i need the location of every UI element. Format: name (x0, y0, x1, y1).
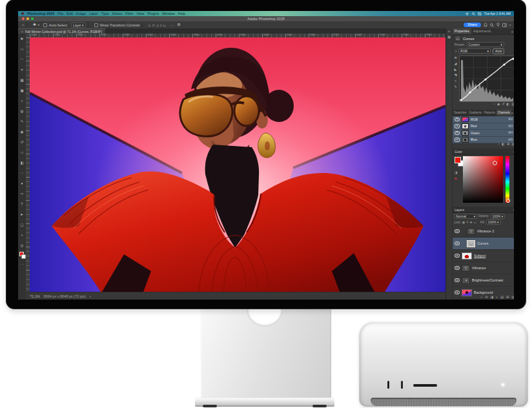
background-color-swatch[interactable] (21, 254, 26, 259)
layer-row-subject[interactable]: Subject (453, 250, 514, 262)
preset-dropdown[interactable]: Custom▾ (467, 42, 504, 47)
align-left-icon[interactable]: ⊏ (148, 23, 151, 27)
delete-channel-icon[interactable]: ▥ (511, 142, 514, 146)
menu-edit[interactable]: Edit (66, 11, 72, 16)
panel-menu-icon[interactable]: ≡ (513, 150, 514, 154)
menu-view[interactable]: View (136, 11, 144, 16)
move-tool-icon[interactable]: ✚ (33, 23, 36, 27)
dodge-tool[interactable]: ● (21, 178, 23, 189)
channel-row-green[interactable]: Green⌘4 (453, 130, 514, 137)
gradient-tool[interactable]: ◧ (20, 158, 23, 168)
edit-toolbar-icon[interactable]: ··· (20, 259, 24, 269)
search-icon[interactable] (490, 23, 494, 27)
eyedropper-tool[interactable]: ◗ (21, 96, 23, 106)
type-tool[interactable]: T (21, 199, 23, 209)
more-options-icon[interactable]: ··· (170, 23, 174, 27)
menu-window[interactable]: Window (162, 11, 175, 16)
chevron-down-icon[interactable]: ▾ (509, 23, 511, 26)
previous-state-icon[interactable]: ◧ (507, 102, 510, 106)
auto-select-checkbox[interactable] (43, 23, 47, 27)
channel-target-icon[interactable]: ◑ (455, 49, 456, 53)
tab-adjustments[interactable]: Adjustments (471, 28, 493, 34)
curve-pencil-icon[interactable]: ✎ (454, 85, 456, 88)
brush-tool[interactable]: ✎ (21, 116, 24, 127)
layer-row-vibrance-2[interactable]: ▽ Vibrance 2 (453, 225, 514, 238)
wifi-icon[interactable] (465, 12, 469, 15)
marquee-tool[interactable]: ▭ (20, 44, 23, 54)
channel-dropdown[interactable]: RGB▾ (458, 48, 491, 54)
save-selection-icon[interactable]: ◧ (502, 142, 505, 146)
libraries-panel-icon[interactable]: ▦ (446, 34, 452, 40)
toggle-visibility-icon[interactable]: ◉ (497, 102, 500, 106)
menu-select[interactable]: Select (112, 11, 122, 16)
menu-file[interactable]: File (57, 11, 63, 16)
lock-transparency-icon[interactable]: ▦ (462, 221, 465, 224)
menu-plugins[interactable]: Plugins (147, 11, 159, 16)
eraser-tool[interactable]: ▱ (21, 147, 23, 158)
tab-patterns[interactable]: Patterns (483, 110, 496, 116)
panel-menu-icon[interactable]: ≡ (511, 30, 514, 34)
panel-menu-icon[interactable]: ≡ (511, 111, 514, 115)
white-point-eyedropper-icon[interactable]: ◥ (455, 73, 457, 77)
saturation-brightness-field[interactable] (463, 156, 503, 203)
default-colors-icon[interactable]: ◨ (455, 170, 458, 174)
visibility-eye-icon[interactable] (455, 278, 460, 283)
load-selection-icon[interactable]: ○ (498, 142, 500, 146)
gray-point-eyedropper-icon[interactable]: ◣ (455, 67, 457, 71)
channel-row-red[interactable]: Red⌘3 (453, 123, 514, 130)
tab-properties[interactable]: Properties (453, 28, 471, 34)
reset-adjustment-icon[interactable]: ↺ (502, 102, 504, 106)
adjustment-layer-icon[interactable]: ◐ (496, 295, 498, 299)
clip-to-layer-icon[interactable]: ◔ (493, 102, 495, 106)
new-channel-icon[interactable]: ⊞ (507, 142, 509, 146)
visibility-eye-icon[interactable] (455, 131, 460, 136)
discover-lightbulb-icon[interactable] (496, 23, 500, 27)
delete-layer-icon[interactable]: ▥ (511, 295, 514, 299)
layer-group-icon[interactable]: ▤ (500, 295, 504, 299)
panel-menu-icon[interactable]: ≡ (513, 208, 514, 212)
menu-type[interactable]: Type (101, 11, 109, 16)
status-arrow-icon[interactable]: › (90, 294, 91, 298)
menu-app[interactable]: Photoshop 2025 (27, 11, 54, 16)
menu-help[interactable]: Help (178, 11, 185, 16)
show-transform-toggle[interactable]: Show Transform Controls (94, 23, 140, 27)
curve-draw-icon[interactable]: ∿ (454, 79, 456, 83)
collapse-panels-icon[interactable]: « (446, 28, 452, 34)
zoom-level[interactable]: 71.1% (30, 294, 40, 298)
tab-channels[interactable]: Channels (496, 110, 511, 116)
visibility-eye-icon[interactable] (455, 241, 460, 246)
workspace-layout-icon[interactable] (502, 23, 507, 27)
visibility-eye-icon[interactable] (455, 229, 460, 234)
auto-button[interactable]: Auto (493, 48, 504, 54)
fill-dropdown[interactable]: 100% ▾ (486, 219, 501, 225)
layer-row-brightness-contrast[interactable]: ◑ Brightness/Contrast (453, 274, 514, 287)
gear-icon[interactable]: ⚙ (177, 23, 180, 27)
frame-tool[interactable]: ▣ (20, 85, 23, 96)
control-center-icon[interactable] (478, 12, 482, 15)
share-button[interactable]: Share (464, 23, 481, 27)
hand-tool[interactable]: ◖ (21, 230, 23, 240)
menu-filter[interactable]: Filter (125, 11, 133, 16)
tab-gradients[interactable]: Gradients (468, 110, 484, 116)
crop-tool[interactable]: ▦ (20, 75, 23, 85)
hue-slider-marker[interactable] (506, 199, 510, 203)
new-layer-icon[interactable]: ⊞ (506, 295, 509, 299)
shape-tool[interactable]: ▢ (20, 219, 23, 230)
delete-adjustment-icon[interactable]: ▥ (511, 102, 514, 106)
align-center-icon[interactable]: ⊓ (152, 23, 155, 27)
zoom-tool[interactable]: ◎ (21, 240, 24, 250)
black-point-eyedropper-icon[interactable]: ◢ (455, 61, 457, 65)
align-right-icon[interactable]: ⊐ (156, 23, 159, 27)
document-canvas[interactable] (30, 37, 445, 292)
pen-tool[interactable]: ✑ (21, 189, 24, 199)
tab-swatches[interactable]: Swatches (453, 110, 468, 116)
visibility-eye-icon[interactable] (455, 266, 460, 270)
auto-select-target-dropdown[interactable]: Layer ▾ (71, 23, 85, 28)
lock-pixels-icon[interactable]: ✎ (466, 221, 469, 224)
healing-brush-tool[interactable]: ◍ (21, 106, 24, 116)
lock-all-icon[interactable]: ▭ (474, 221, 476, 224)
curves-graph[interactable] (459, 56, 514, 102)
blur-tool[interactable]: ◔ (21, 168, 23, 178)
distribute-icon[interactable]: ≡ (160, 23, 162, 27)
notifications-bell-icon[interactable] (484, 23, 487, 27)
